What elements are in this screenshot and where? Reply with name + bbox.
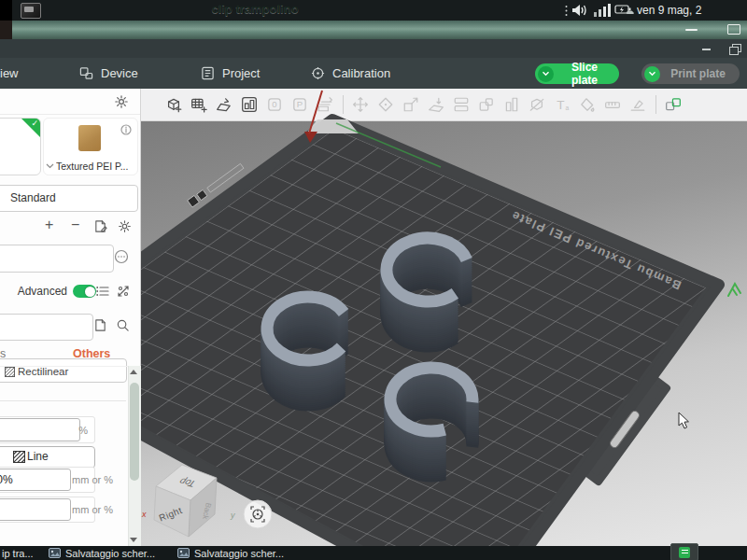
tab-view-partial[interactable]: iew (0, 58, 19, 89)
taskbar-item[interactable]: ip tra... (2, 547, 34, 559)
chevron-down-icon[interactable] (46, 163, 54, 169)
measure-icon (603, 92, 622, 117)
add-plate-icon[interactable] (190, 92, 208, 117)
mesh-boolean-icon (528, 92, 546, 117)
chevron-down-icon (648, 71, 656, 77)
taskbar-item[interactable]: Salvataggio scher... (49, 547, 155, 559)
more-options-icon[interactable] (114, 249, 129, 268)
slice-options-chevron[interactable] (538, 66, 554, 82)
menu-dots-icon[interactable] (564, 5, 569, 17)
app-minimize-button[interactable] (702, 49, 711, 50)
svg-text:T: T (557, 98, 564, 112)
layers-icon (316, 92, 334, 117)
compare-percent-icon[interactable] (116, 284, 131, 302)
pattern-select[interactable]: Line (0, 446, 95, 469)
divider (0, 400, 126, 401)
process-settings-gear-icon[interactable] (118, 219, 132, 237)
tab-project[interactable]: Project (201, 58, 260, 89)
speed-input[interactable] (0, 498, 71, 521)
image-file-icon (49, 548, 61, 558)
plate-preset-label: Textured PEI P... (56, 161, 128, 172)
arrange-icon[interactable] (240, 92, 259, 117)
width-field: mm or % (0, 467, 95, 493)
window-title-bar[interactable] (0, 21, 747, 39)
viewport-background[interactable] (140, 89, 747, 546)
pattern-swatch-icon (5, 367, 15, 377)
window-maximize-button[interactable] (727, 24, 740, 35)
screen: ven 9 mag, 2 clip trampolino iew Device … (0, 0, 747, 560)
color-paint-icon (578, 92, 597, 117)
width-input[interactable] (0, 469, 71, 491)
volume-icon[interactable] (571, 3, 588, 18)
check-icon: ✓ (31, 119, 38, 128)
remove-preset-button[interactable]: − (71, 217, 79, 233)
network-signal-icon[interactable] (594, 4, 611, 17)
battery-charging-icon[interactable] (614, 3, 635, 18)
screenshot-tool-icon[interactable] (21, 3, 41, 19)
badge-zero-icon: 0 (265, 92, 284, 117)
image-file-icon (177, 548, 190, 558)
preset-search-input[interactable] (0, 245, 114, 273)
taskbar-item-label: Salvataggio scher... (194, 548, 284, 559)
tab-device-label: Device (101, 66, 138, 80)
process-preset-select[interactable]: Standard (0, 185, 138, 212)
svg-text:0: 0 (272, 99, 276, 109)
pattern-swatch-icon (13, 451, 25, 463)
dock-app-button[interactable] (670, 543, 698, 560)
support-paint-icon (628, 92, 647, 117)
left-sidebar: ✓ Textured PEI P... Standard + − (0, 89, 141, 546)
split-objects-icon (452, 92, 471, 117)
add-object-icon[interactable] (164, 92, 183, 117)
assembly-icon[interactable] (664, 92, 683, 117)
info-icon[interactable] (120, 122, 132, 139)
slice-plate-label: Slice plate (554, 61, 619, 87)
view-list-icon[interactable] (95, 284, 110, 302)
param-search-input[interactable] (0, 314, 93, 341)
window-minimize-button[interactable] (685, 29, 698, 31)
scroll-up-arrow[interactable] (130, 370, 137, 374)
speed-field: mm or % (0, 497, 95, 523)
taskbar-item[interactable]: Salvataggio scher... (177, 547, 284, 559)
print-plate-button[interactable]: Print plate (641, 63, 740, 84)
system-top-bar: ven 9 mag, 2 (0, 0, 747, 21)
advanced-label: Advanced (9, 285, 67, 298)
tab-calibration[interactable]: Calibration (311, 58, 390, 89)
width-suffix: mm or % (72, 474, 113, 485)
sidebar-scrollbar-thumb[interactable] (130, 383, 139, 481)
speed-suffix: mm or % (72, 504, 113, 515)
tab-project-label: Project (222, 66, 260, 80)
fill-pattern-value: Rectilinear (18, 366, 68, 377)
svg-text:a: a (566, 105, 570, 111)
add-preset-button[interactable]: + (45, 217, 53, 233)
app-header-bar (0, 39, 747, 59)
advanced-toggle[interactable] (73, 285, 96, 298)
tab-device[interactable]: Device (79, 58, 138, 89)
corner-block (0, 21, 12, 39)
tab-calibration-label: Calibration (332, 66, 390, 80)
plate-preset-card[interactable]: Textured PEI P... (43, 118, 138, 175)
printer-settings-gear-icon[interactable] (114, 94, 129, 113)
divider (0, 366, 140, 367)
variable-layer-icon (502, 92, 521, 117)
project-icon (201, 66, 215, 80)
split-parts-icon (477, 92, 496, 117)
text-tool-icon: Ta (553, 92, 571, 117)
fill-pattern-select[interactable]: Rectilinear (0, 358, 127, 383)
printer-card[interactable]: ✓ (0, 118, 41, 175)
taskbar-item-label: ip tra... (2, 548, 34, 559)
print-options-chevron[interactable] (644, 66, 660, 82)
tab-fragment[interactable]: s (0, 347, 6, 360)
slice-plate-button[interactable]: Slice plate (535, 63, 619, 84)
scroll-down-arrow[interactable] (130, 538, 137, 542)
density-input[interactable] (0, 418, 80, 441)
clock-label: ven 9 mag, 2 (637, 4, 747, 17)
density-suffix: % (78, 425, 88, 436)
move-icon (351, 92, 370, 117)
tab-others[interactable]: Others (73, 347, 110, 360)
auto-orient-icon[interactable] (215, 92, 233, 117)
corner-block (0, 0, 12, 21)
save-file-icon[interactable] (93, 318, 107, 336)
save-preset-icon[interactable] (93, 219, 107, 237)
print-plate-label: Print plate (660, 67, 740, 80)
search-icon[interactable] (116, 318, 130, 336)
